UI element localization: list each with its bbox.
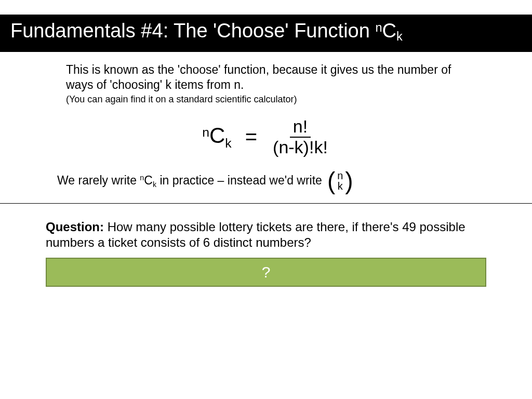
formula: nCk = n! (n-k)!k! (0, 117, 532, 156)
equals-sign: = (244, 125, 258, 149)
formula-lhs: nCk (202, 123, 232, 151)
formula-fraction: n! (n-k)!k! (271, 117, 330, 156)
slide-title: Fundamentals #4: The 'Choose' Function n… (0, 15, 532, 52)
intro-main: This is known as the 'choose' function, … (66, 62, 466, 92)
practice-pre: We rarely write (57, 174, 140, 187)
fraction-denominator: (n-k)!k! (271, 138, 330, 157)
formula-sup-n: n (202, 125, 209, 139)
title-sub-k: k (396, 30, 403, 43)
question-text: How many possible lottery tickets are th… (46, 220, 466, 249)
practice-note: We rarely write nCk in practice – instea… (57, 170, 532, 192)
practice-big-c: C (144, 174, 153, 187)
practice-post: in practice – instead we'd write (156, 174, 322, 187)
title-prefix: Fundamentals #4: The 'Choose' Function (10, 20, 375, 42)
answer-placeholder: ? (262, 263, 271, 281)
binom-top: n (337, 170, 343, 181)
section-divider (0, 203, 532, 204)
title-big-c: C (382, 20, 396, 42)
left-paren-icon: ( (327, 170, 335, 192)
formula-big-c: C (209, 123, 225, 148)
title-sup-n: n (375, 21, 382, 34)
formula-sub-k: k (225, 136, 231, 150)
practice-sub-k: k (153, 180, 156, 189)
binomial-notation: ( n k ) (327, 170, 353, 192)
intro-note: (You can again find it on a standard sci… (66, 94, 466, 105)
intro-block: This is known as the 'choose' function, … (66, 62, 466, 105)
right-paren-icon: ) (345, 170, 353, 192)
binom-bot: k (338, 181, 343, 191)
question-block: Question: How many possible lottery tick… (46, 219, 486, 250)
fraction-numerator: n! (290, 117, 311, 138)
practice-sup-n: n (140, 174, 144, 182)
question-label: Question: (46, 220, 104, 234)
reveal-answer-button[interactable]: ? (46, 258, 486, 287)
